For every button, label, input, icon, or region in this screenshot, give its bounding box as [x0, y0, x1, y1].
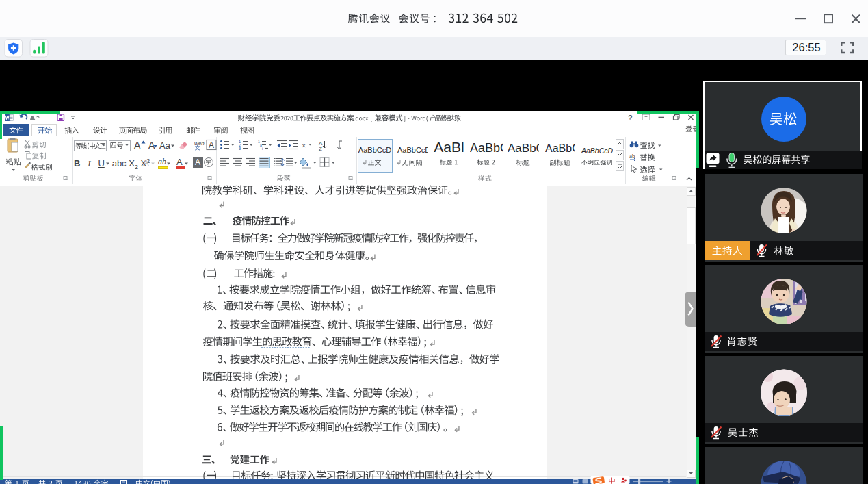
svg-text:×: ×: [301, 141, 306, 151]
svg-text:i: i: [262, 147, 263, 151]
svg-text:3: 3: [239, 147, 241, 151]
svg-text:Z: Z: [319, 146, 322, 152]
svg-text:wén: wén: [194, 140, 205, 147]
